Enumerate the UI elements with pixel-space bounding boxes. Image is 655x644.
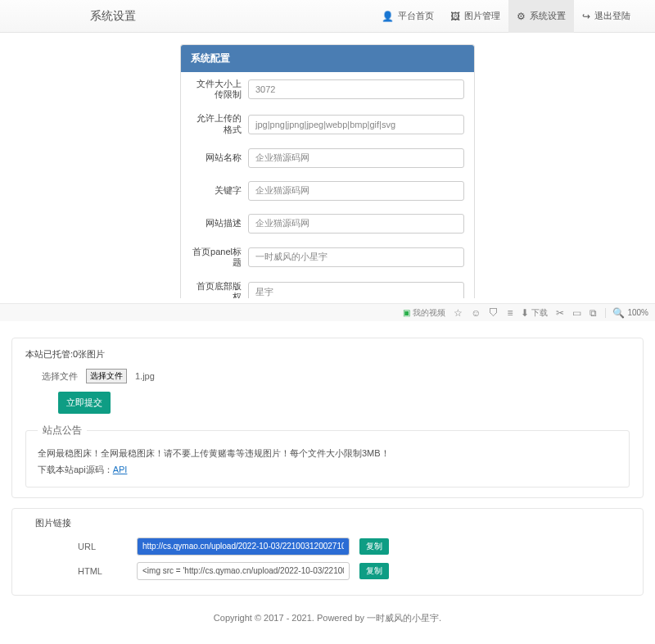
link-label: URL [78,542,127,551]
form-label: 网站描述 [191,218,248,229]
form-label: 网站名称 [191,152,248,163]
form-row: 文件大小上传限制 [181,72,474,107]
footer: Copyright © 2017 - 2021. Powered by 一时威风… [0,605,655,641]
gear-icon: ⚙ [517,11,526,21]
search-icon: 🔍 [612,308,625,318]
announcement-legend: 站点公告 [38,424,87,438]
link-label: HTML [78,566,127,576]
submit-button[interactable]: 立即提交 [58,392,111,414]
cut-icon[interactable]: ✂ [556,308,564,318]
logout-icon: ↪ [582,11,590,21]
form-input[interactable] [248,79,464,99]
upload-line: 选择文件 选择文件 1.jpg [42,369,630,383]
browser-toolbar-1: ▣我的视频 ☆ ☺ ⛉ ≡ ⬇下载 ✂ ▭ ⧉ 🔍100% [0,303,655,321]
download-icon: ⬇ [521,308,529,318]
links-card: 图片链接 URL复制HTML复制 [11,508,644,596]
form-row: 关键字 [181,175,474,207]
form-row: 首页底部版权 [181,274,474,303]
panel-title: 系统配置 [181,45,474,72]
announcement-line2-prefix: 下载本站api源码： [38,465,113,474]
form-label: 允许上传的格式 [191,113,248,134]
shield-icon[interactable]: ⛉ [489,308,499,318]
link-input[interactable] [137,562,350,580]
form-input[interactable] [248,282,464,302]
copy-button[interactable]: 复制 [359,538,389,555]
image-icon: 🖼 [450,11,460,21]
config-form: 文件大小上传限制允许上传的格式网站名称关键字网站描述首页panel标题首页底部版… [181,72,474,303]
chosen-filename: 1.jpg [135,371,155,381]
form-input[interactable] [248,247,464,267]
nav-images-label: 图片管理 [464,10,500,22]
star-icon[interactable]: ☆ [454,308,463,318]
select-file-label: 选择文件 [42,370,78,383]
nav-settings-label: 系统设置 [530,10,566,22]
nav-images[interactable]: 🖼 图片管理 [442,0,508,33]
form-input[interactable] [248,181,464,201]
admin-settings-section: 系统设置 👤 平台首页 🖼 图片管理 ⚙ 系统设置 ↪ 退出登陆 系统配置 文件… [0,0,655,303]
panel-area: 系统配置 文件大小上传限制允许上传的格式网站名称关键字网站描述首页panel标题… [0,33,655,303]
form-label: 关键字 [191,185,248,196]
top-navbar: 系统设置 👤 平台首页 🖼 图片管理 ⚙ 系统设置 ↪ 退出登陆 [0,0,655,33]
nav-logout[interactable]: ↪ 退出登陆 [574,0,639,33]
form-label: 首页panel标题 [191,247,248,268]
page-title: 系统设置 [90,9,136,24]
form-label: 文件大小上传限制 [191,79,248,100]
nav-home[interactable]: 👤 平台首页 [373,0,442,33]
link-row: HTML复制 [12,559,643,583]
form-label: 首页底部版权 [191,281,248,302]
tb-collect[interactable]: ▣我的视频 [403,307,445,319]
form-row: 首页panel标题 [181,240,474,274]
nav-home-label: 平台首页 [398,10,434,22]
announcement-box: 站点公告 全网最稳图床！全网最稳图床！请不要上传黄赌毒等违规图片！每个文件大小限… [25,424,630,488]
box-icon[interactable]: ▭ [572,308,581,318]
links-heading: 图片链接 [12,517,643,529]
announcement-line1: 全网最稳图床！全网最稳图床！请不要上传黄赌毒等违规图片！每个文件大小限制3MB！ [38,446,617,462]
upload-heading: 本站已托管:0张图片 [25,348,630,361]
tb-download[interactable]: ⬇下载 [521,307,548,319]
form-input[interactable] [248,214,464,234]
config-panel: 系统配置 文件大小上传限制允许上传的格式网站名称关键字网站描述首页panel标题… [180,44,475,303]
upload-card: 本站已托管:0张图片 选择文件 选择文件 1.jpg 立即提交 站点公告 全网最… [11,338,644,498]
nav-settings[interactable]: ⚙ 系统设置 [508,0,574,33]
choose-file-button[interactable]: 选择文件 [86,369,127,383]
form-row: 网站名称 [181,142,474,175]
copy-icon[interactable]: ⧉ [590,308,597,318]
link-row: URL复制 [12,534,643,559]
api-link[interactable]: API [113,465,128,474]
form-row: 网站描述 [181,207,474,240]
nav-logout-label: 退出登陆 [594,10,630,22]
tb-zoom[interactable]: 🔍100% [605,308,648,318]
link-input[interactable] [137,537,350,556]
user-icon: 👤 [382,11,394,21]
form-row: 允许上传的格式 [181,107,474,141]
form-input[interactable] [248,148,464,168]
form-input[interactable] [248,115,464,134]
bolt-icon[interactable]: ≡ [507,308,513,318]
smile-icon[interactable]: ☺ [471,308,481,318]
copy-button[interactable]: 复制 [359,563,389,579]
nav-right: 👤 平台首页 🖼 图片管理 ⚙ 系统设置 ↪ 退出登陆 [373,0,639,33]
